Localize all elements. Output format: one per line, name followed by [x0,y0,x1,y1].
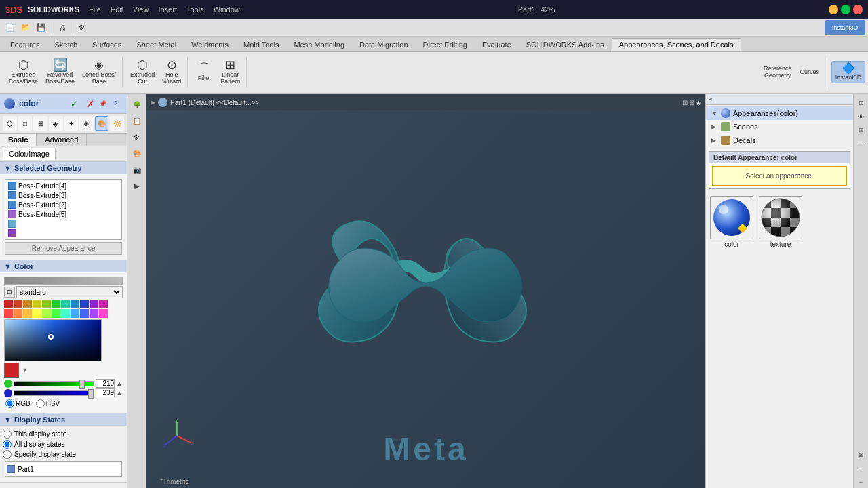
zoom-in-btn[interactable]: + [855,462,867,474]
hsv-picker[interactable] [4,319,102,361]
tab-mesh[interactable]: Mesh Modeling [286,38,352,51]
color-mint[interactable] [61,309,70,318]
rgb-radio[interactable] [5,399,14,408]
section-view-btn[interactable]: ⊞ [855,124,867,136]
hsv-radio[interactable] [36,399,45,408]
color-pink[interactable] [99,309,108,318]
color-sky-blue[interactable] [71,309,79,318]
color-orange-red[interactable] [14,300,22,308]
print-btn[interactable]: 🖨 [55,20,70,35]
tab-surfaces[interactable]: Surfaces [85,38,129,51]
color-amber[interactable] [23,309,32,318]
color-preset-select[interactable]: standard [16,286,123,298]
tab-basic[interactable]: Basic [0,134,37,146]
revolved-boss-btn[interactable]: 🔄 RevolvedBoss/Base [42,57,78,87]
tree-decals[interactable]: ▶ Decals [706,134,853,147]
blue-spin-up[interactable]: ▲ [116,389,123,396]
tree-appearances[interactable]: ▼ Appearances(color) [706,106,853,120]
color-blue[interactable] [71,300,79,308]
tree-scenes[interactable]: ▶ Scenes [706,120,853,134]
color-salmon[interactable] [14,309,22,318]
close-button[interactable] [853,5,863,14]
tab-sketch[interactable]: Sketch [47,38,85,51]
color-periwinkle[interactable] [80,309,89,318]
selected-geometry-header[interactable]: ▼ Selected Geometry [0,162,127,174]
panel-tool-4[interactable]: ◈ [49,116,63,131]
view-orientation-btn[interactable]: ⊡ [682,99,688,106]
maximize-button[interactable] [841,5,850,14]
right-panel-expand[interactable]: ◂ [709,96,712,102]
rgb-radio-label[interactable]: RGB [5,399,31,408]
green-slider-track[interactable] [14,381,94,386]
color-orange[interactable] [23,300,32,308]
specify-state-radio[interactable] [3,450,12,459]
texture-appearance-item[interactable]: texture [759,196,802,248]
color-yellow[interactable] [33,300,41,308]
view-section-btn[interactable]: ⊞ [689,99,694,106]
zoom-out-btn[interactable]: − [855,476,867,488]
tab-advanced[interactable]: Advanced [37,134,87,146]
green-spin-up[interactable]: ▲ [116,380,123,387]
color-section-header[interactable]: ▼ Color [0,260,127,272]
confirm-button[interactable]: ✓ [66,96,81,111]
tab-addins[interactable]: SOLIDWORKS Add-Ins [519,38,612,51]
minimize-button[interactable] [829,5,838,14]
color-bright-yellow[interactable] [33,309,41,318]
hsv-radio-label[interactable]: HSV [36,399,60,408]
view-options-btn[interactable]: ⋯ [855,138,867,150]
panel-tool-5[interactable]: ✦ [64,116,79,131]
panel-tool-7[interactable]: 🎨 [95,116,109,131]
panel-tool-2[interactable]: □ [18,116,33,131]
green-slider-thumb[interactable] [79,380,85,389]
tab-features[interactable]: Features [3,38,47,51]
appearance-mgr-btn[interactable]: 🎨 [130,146,144,161]
tab-color-image[interactable]: Color/Image [3,148,56,160]
property-mgr-btn[interactable]: 📋 [130,113,144,128]
hide-show-btn[interactable]: 👁 [855,110,867,123]
tab-data[interactable]: Data Migration [352,38,416,51]
ref-geometry-btn[interactable]: ReferenceGeometry [760,64,795,81]
panel-tool-8[interactable]: 🔆 [110,116,124,131]
cancel-button[interactable]: ✗ [83,96,98,111]
specify-state-option[interactable]: Specify display state [3,450,124,459]
color-teal[interactable] [61,300,70,308]
tab-evaluate[interactable]: Evaluate [475,38,519,51]
tab-sheet-metal[interactable]: Sheet Metal [129,38,184,51]
feature-tree-btn[interactable]: 🌳 [130,97,144,112]
help-button[interactable]: ? [108,96,123,111]
this-state-radio[interactable] [3,430,12,439]
menu-view[interactable]: View [129,4,153,15]
color-lime[interactable] [42,309,51,318]
new-btn[interactable]: 📄 [3,20,18,35]
all-states-option[interactable]: All display states [3,440,124,449]
menu-file[interactable]: File [85,4,105,15]
view-selector-btn[interactable]: ⊡ [855,97,867,109]
current-color-swatch[interactable] [4,363,19,378]
fillet-btn[interactable]: ⌒ Fillet [192,60,216,84]
menu-window[interactable]: Window [210,4,244,15]
simulation-btn[interactable]: ▶ [130,178,144,193]
color-bright-red[interactable] [4,309,13,318]
config-mgr-btn[interactable]: ⚙ [130,129,144,144]
instant3d-btn[interactable]: Instant3D [825,20,865,35]
color-appearance-item[interactable]: color [710,196,753,248]
this-state-option[interactable]: This display state [3,430,124,439]
menu-edit[interactable]: Edit [106,4,127,15]
color-yellow-green[interactable] [42,300,51,308]
color-gradient-bar[interactable] [4,277,123,285]
camera-btn[interactable]: 📷 [130,162,144,177]
display-states-header[interactable]: ▼ Display States [0,413,127,426]
hole-wizard-btn[interactable]: ⊙ HoleWizard [159,57,184,87]
tab-mold-tools[interactable]: Mold Tools [236,38,286,51]
blue-slider-track[interactable] [14,390,94,396]
instant3d-ribbon-btn[interactable]: 🔷 Instant3D [831,61,865,83]
lofted-boss-btn[interactable]: ◈ Lofted Boss/Base [79,57,119,87]
curves-btn[interactable]: Curves [796,67,823,78]
menu-insert[interactable]: Insert [154,4,181,15]
panel-tool-3[interactable]: ⊞ [33,116,47,131]
linear-pattern-btn[interactable]: ⊞ LinearPattern [217,57,243,87]
pin-button[interactable]: 📌 [99,100,106,107]
all-states-radio[interactable] [3,440,12,449]
extruded-boss-btn[interactable]: ⬡ ExtrudedBoss/Base [5,57,41,87]
zoom-to-fit-btn[interactable]: ⊠ [855,449,867,461]
